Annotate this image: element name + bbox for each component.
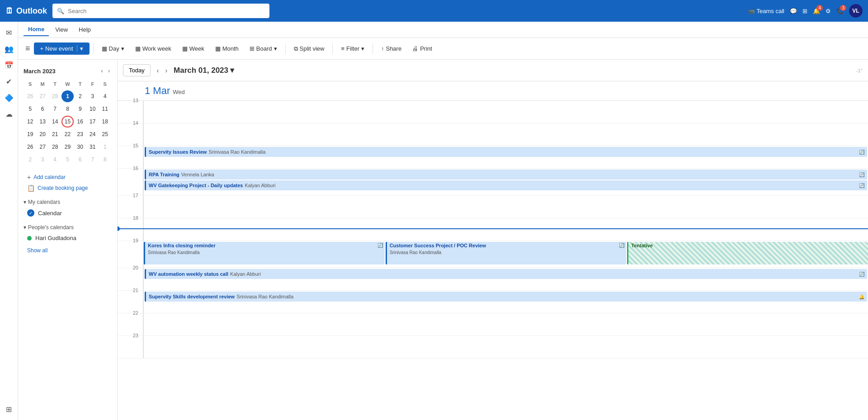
event-supervity-skills[interactable]: Supervity Skills development review Srin… [145,292,867,302]
event-customer-success[interactable]: Customer Success Project / POC Review Sr… [386,242,627,264]
event-tentative[interactable]: Tentative [627,242,868,264]
mini-cal-day[interactable]: 6 [75,154,86,165]
mini-cal-day[interactable]: 3 [37,154,48,165]
phone-button[interactable]: 📞 3 [836,8,844,14]
mini-cal-day[interactable]: 28 [49,141,61,153]
mini-cal-day[interactable]: 3 [87,90,98,102]
nav-home[interactable]: Home [24,23,49,36]
event-wv-gatekeeping[interactable]: WV Gatekeeping Project - Daily updates K… [145,180,867,190]
new-event-button[interactable]: + New event ▾ [34,42,90,55]
mini-cal-day[interactable]: 26 [24,90,36,102]
rail-onedrive[interactable]: ☁ [2,107,16,121]
mini-cal-day[interactable]: 22 [61,128,73,140]
nav-view[interactable]: View [51,24,72,36]
mini-cal-day[interactable]: 23 [75,128,86,140]
search-box[interactable]: 🔍 [52,4,269,18]
rail-apps[interactable]: ⊞ [2,402,16,416]
mini-cal-day[interactable]: 13 [37,116,48,127]
mini-cal-day[interactable]: 29 [61,141,73,153]
apps-button[interactable]: ⊞ [802,8,807,14]
menu-toggle[interactable]: ≡ [24,42,32,55]
mini-cal-day[interactable]: 27 [37,90,48,102]
event-kores-infra[interactable]: Kores Infra closing reminder Srinivasa R… [144,242,385,264]
mini-cal-next[interactable]: › [106,67,112,75]
mini-cal-day[interactable]: 14 [49,116,61,127]
print-button[interactable]: 🖨 Print [408,43,437,54]
search-input[interactable] [68,8,265,14]
workweek-button[interactable]: ▦ Work week [131,43,176,54]
rail-viva[interactable]: 🔷 [2,90,16,105]
splitview-button[interactable]: ⧉ Split view [289,43,329,55]
my-calendars-section: ▾ My calendars Calendar [18,195,117,221]
mini-cal-day[interactable]: 21 [49,128,61,140]
mini-cal-day[interactable]: 19 [24,128,36,140]
mini-cal-day[interactable]: 12 [24,116,36,127]
mini-cal-day[interactable]: 5 [61,154,73,165]
mini-cal-day[interactable]: 24 [87,128,98,140]
mini-cal-day[interactable]: 18 [99,116,111,127]
day-button[interactable]: ▦ Day ▾ [97,43,129,54]
mini-cal-nav: ‹ › [99,67,112,75]
rail-mail[interactable]: ✉ [2,25,16,40]
mini-cal-day[interactable]: 11 [99,103,111,115]
video-call-button[interactable]: 📹 Teams call [748,8,784,14]
mini-cal-day[interactable]: 8 [99,154,111,165]
nav-help[interactable]: Help [74,24,95,36]
day-header-t1: T [49,79,61,90]
today-button[interactable]: Today [123,64,151,76]
filter-button[interactable]: ≡ Filter ▾ [336,43,368,54]
mini-cal-day[interactable]: 10 [87,103,98,115]
mini-cal-day[interactable]: 31 [87,141,98,153]
mini-cal-day[interactable]: 6 [37,103,48,115]
rail-tasks[interactable]: ✔ [2,74,16,89]
mini-cal-day[interactable]: 2 [24,154,36,165]
event-wv-automation[interactable]: WV automation weekly status call Kalyan … [145,269,867,279]
mini-cal-day[interactable]: 4 [49,154,61,165]
avatar[interactable]: VL [849,4,863,18]
event-supervity-issues[interactable]: Supervity Issues Review Srinivasa Rao Ka… [145,147,867,157]
mini-cal-day[interactable]: 17 [87,116,98,127]
mini-cal-prev[interactable]: ‹ [99,67,104,75]
mini-cal-day[interactable]: 5 [24,103,36,115]
mini-cal-day[interactable]: 7 [87,154,98,165]
notifications-button[interactable]: 🔔 4 [813,8,820,14]
prev-day-button[interactable]: ‹ [154,65,162,76]
week-button[interactable]: ▦ Week [178,43,209,54]
month-button[interactable]: ▦ Month [211,43,243,54]
hari-calendar-item[interactable]: Hari Gudladona [24,232,112,244]
mini-cal-day[interactable]: 1 [61,90,73,102]
event-rpa-training[interactable]: RPA Training Vennela Lanka 🔄 [145,170,867,179]
mini-cal-day[interactable]: 20 [37,128,48,140]
mini-cal-day[interactable]: 16 [75,116,86,127]
my-calendars-header[interactable]: ▾ My calendars [24,197,112,207]
rail-people[interactable]: 👥 [2,42,16,56]
mini-cal-day[interactable]: 1 [99,141,111,153]
settings-button[interactable]: ⚙ [826,8,831,14]
peoples-calendars-header[interactable]: ▾ People's calendars [24,222,112,232]
mini-cal-title[interactable]: March 2023 [24,68,97,75]
chat-button[interactable]: 💬 [790,8,797,14]
mini-cal-day[interactable]: 15 [61,116,73,127]
time-content-22 [143,313,868,335]
rail-calendar[interactable]: 📅 [2,58,16,72]
mini-cal-day[interactable]: 8 [61,103,73,115]
board-button[interactable]: ⊞ Board ▾ [245,43,282,54]
mini-cal-day[interactable]: 25 [99,128,111,140]
mini-cal-day[interactable]: 26 [24,141,36,153]
mini-cal-day[interactable]: 7 [49,103,61,115]
my-calendar-item[interactable]: Calendar [24,207,112,219]
next-day-button[interactable]: › [162,65,170,76]
mini-cal-day[interactable]: 2 [75,90,86,102]
mini-cal-day[interactable]: 4 [99,90,111,102]
calendar-date-title[interactable]: March 01, 2023 ▾ [174,66,234,75]
add-calendar-link[interactable]: + Add calendar [24,172,112,183]
add-calendar-icon: + [27,174,31,181]
mini-cal-day[interactable]: 30 [75,141,86,153]
create-booking-link[interactable]: 📋 Create booking page [24,183,112,193]
share-button[interactable]: ↑ Share [377,43,406,54]
mini-cal-day[interactable]: 28 [49,90,61,102]
mini-cal-day[interactable]: 9 [75,103,86,115]
new-event-arrow[interactable]: ▾ [77,45,83,52]
mini-cal-day[interactable]: 27 [37,141,48,153]
show-all-link[interactable]: Show all [24,245,112,255]
